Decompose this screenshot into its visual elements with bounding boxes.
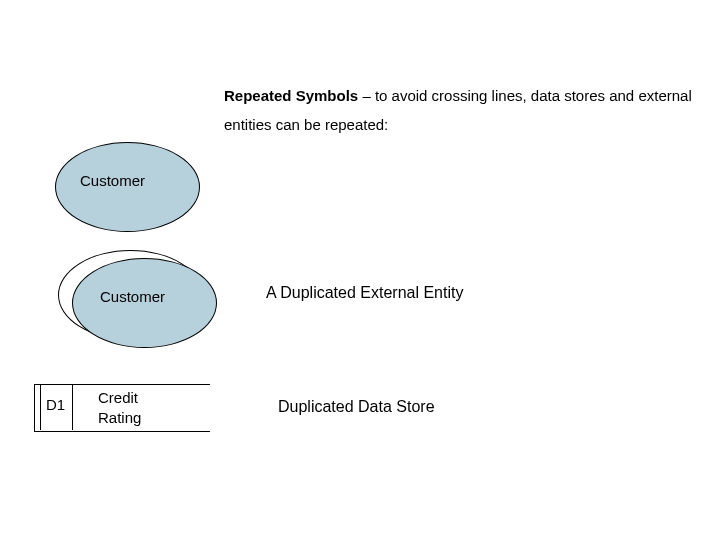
external-entity-dup-label: Customer xyxy=(100,288,165,305)
data-store-name-line1: Credit xyxy=(98,389,138,406)
data-store-divider-left xyxy=(40,384,41,430)
external-entity-label: Customer xyxy=(80,172,145,189)
data-store-name: Credit Rating xyxy=(98,388,141,427)
heading-bold: Repeated Symbols xyxy=(224,87,358,104)
duplicated-datastore-caption: Duplicated Data Store xyxy=(278,398,435,416)
duplicated-entity-caption: A Duplicated External Entity xyxy=(266,284,463,302)
heading-text: Repeated Symbols – to avoid crossing lin… xyxy=(224,82,694,139)
data-store-divider-id xyxy=(72,384,73,430)
data-store: D1 Credit Rating xyxy=(34,384,209,430)
data-store-name-line2: Rating xyxy=(98,409,141,426)
data-store-id: D1 xyxy=(46,396,65,413)
